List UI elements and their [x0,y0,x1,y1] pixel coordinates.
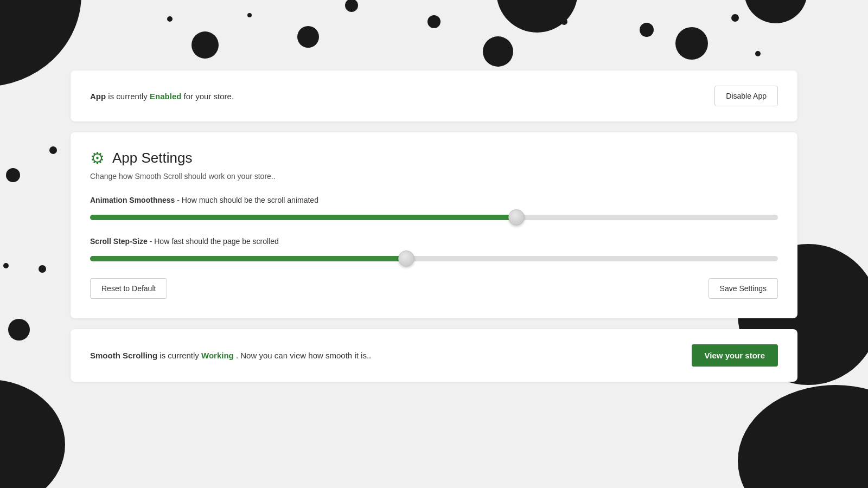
reset-to-default-button[interactable]: Reset to Default [90,278,167,299]
svg-point-25 [0,380,65,488]
disable-app-button[interactable]: Disable App [714,86,778,106]
animation-slider-track [90,215,778,220]
scroll-slider-thumb[interactable] [398,251,414,267]
animation-slider-container [90,210,778,225]
settings-title: App Settings [112,150,192,166]
gear-icon: ⚙ [90,150,105,166]
bottom-status-card: Smooth Scrolling is currently Working . … [71,329,797,382]
enabled-status: Enabled [150,92,181,101]
scroll-label: Scroll Step-Size - How fast should the p… [90,237,778,246]
status-bar-card: App is currently Enabled for your store.… [71,70,797,121]
bottom-status-text: Smooth Scrolling is currently Working . … [90,351,371,360]
scroll-slider-track [90,256,778,261]
animation-label: Animation Smoothness - How much should b… [90,196,778,204]
view-your-store-button[interactable]: View your store [692,344,778,367]
working-status: Working [201,351,234,360]
settings-header: ⚙ App Settings [90,150,778,166]
animation-smoothness-section: Animation Smoothness - How much should b… [90,196,778,225]
animation-slider-thumb[interactable] [508,209,525,226]
save-settings-button[interactable]: Save Settings [709,278,778,299]
scroll-slider-container [90,251,778,266]
animation-slider-fill [90,215,516,220]
settings-buttons-row: Reset to Default Save Settings [90,278,778,299]
svg-point-26 [738,385,868,488]
scroll-slider-fill [90,256,406,261]
settings-card: ⚙ App Settings Change how Smooth Scroll … [71,132,797,318]
smooth-scrolling-label: Smooth Scrolling [90,351,157,360]
app-label: App [90,92,106,101]
scroll-step-section: Scroll Step-Size - How fast should the p… [90,237,778,266]
settings-subtitle: Change how Smooth Scroll should work on … [90,172,778,181]
status-text: App is currently Enabled for your store. [90,92,234,101]
